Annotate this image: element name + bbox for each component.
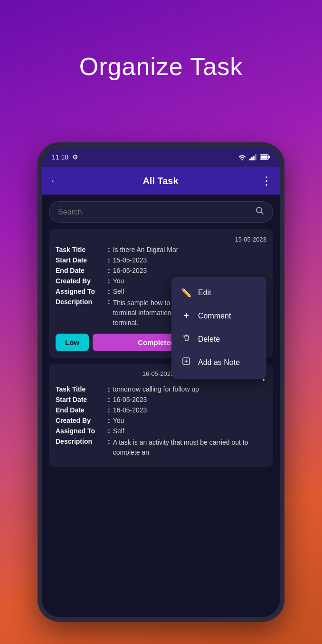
low-priority-button[interactable]: Low xyxy=(56,334,89,351)
add-note-icon xyxy=(181,357,191,368)
comment-icon: + xyxy=(181,310,191,321)
task2-desc-row: Description : A task is an activity that… xyxy=(56,438,266,457)
wifi-icon xyxy=(238,154,246,160)
status-icons xyxy=(238,154,270,160)
task1-enddate-row: End Date : 16-05-2023 xyxy=(56,267,266,274)
task2-desc-label: Description xyxy=(56,438,108,445)
task1-title-row: Task Title : Is there An Digital Mar xyxy=(56,246,266,253)
context-edit-label: Edit xyxy=(198,289,211,297)
task2-startdate-label: Start Date xyxy=(56,396,108,403)
top-bar-menu[interactable]: ⋮ xyxy=(261,174,272,187)
task2-enddate-value: 16-05-2023 xyxy=(113,406,147,414)
context-delete[interactable]: Delete xyxy=(171,327,266,351)
search-input[interactable] xyxy=(58,208,251,216)
svg-line-8 xyxy=(261,212,264,215)
task1-date: 15-05-2023 xyxy=(56,236,266,243)
task-card-2: 16-05-2023 Task Title : tomorrow calling… xyxy=(49,364,273,467)
task2-startdate-value: 16-05-2023 xyxy=(113,396,147,403)
task2-assignedto-label: Assigned To xyxy=(56,427,108,435)
task-card-1: 15-05-2023 Task Title : Is there An Digi… xyxy=(49,229,273,358)
svg-rect-0 xyxy=(249,159,251,160)
task2-startdate-row: Start Date : 16-05-2023 xyxy=(56,396,266,403)
status-bar: 11:10 ⚙ xyxy=(42,147,280,167)
task2-desc-value: A task is an activity that must be carri… xyxy=(113,438,266,457)
context-menu: ✏️ Edit + Comment Delete xyxy=(171,277,266,379)
task1-createdby-label: Created By xyxy=(56,277,108,285)
context-comment[interactable]: + Comment xyxy=(171,304,266,327)
svg-rect-3 xyxy=(255,154,256,160)
task1-assignedto-label: Assigned To xyxy=(56,288,108,295)
task1-title-label: Task Title xyxy=(56,246,108,253)
task1-assignedto-value: Self xyxy=(113,288,124,295)
task2-enddate-label: End Date xyxy=(56,406,108,414)
context-addnote-label: Add as Note xyxy=(198,358,240,367)
context-comment-label: Comment xyxy=(198,312,231,320)
svg-rect-5 xyxy=(269,156,270,158)
app-title: Organize Task xyxy=(0,52,322,81)
battery-icon xyxy=(260,154,270,160)
back-button[interactable]: ← xyxy=(50,175,60,187)
task2-assignedto-row: Assigned To : Self xyxy=(56,427,266,435)
edit-icon: ✏️ xyxy=(181,288,191,298)
task2-title-row: Task Title : tomorrow calling for follow… xyxy=(56,385,266,393)
task2-title-value: tomorrow calling for follow up xyxy=(113,385,199,393)
task2-createdby-row: Created By : You xyxy=(56,417,266,424)
task1-desc-label: Description xyxy=(56,298,108,306)
task1-title-value: Is there An Digital Mar xyxy=(113,246,179,253)
context-delete-label: Delete xyxy=(198,335,220,344)
task1-startdate-value: 15-05-2023 xyxy=(113,256,147,264)
signal-icon xyxy=(249,154,257,160)
task2-assignedto-value: Self xyxy=(113,427,124,435)
search-bar[interactable] xyxy=(49,201,273,223)
task2-date: 16-05-2023 xyxy=(142,370,174,377)
task1-enddate-value: 16-05-2023 xyxy=(113,267,147,274)
top-bar: ← All Task ⋮ xyxy=(42,167,280,195)
task2-title-label: Task Title xyxy=(56,385,108,393)
search-icon xyxy=(256,206,264,217)
delete-icon xyxy=(181,334,191,345)
task2-createdby-value: You xyxy=(113,417,124,424)
task2-enddate-row: End Date : 16-05-2023 xyxy=(56,406,266,414)
task1-enddate-label: End Date xyxy=(56,267,108,274)
task1-startdate-label: Start Date xyxy=(56,256,108,264)
svg-rect-2 xyxy=(253,156,255,160)
context-edit[interactable]: ✏️ Edit xyxy=(171,281,266,304)
phone-frame: 11:10 ⚙ ← All Task ⋮ xyxy=(38,142,284,622)
top-bar-title: All Task xyxy=(142,176,178,187)
task1-startdate-row: Start Date : 15-05-2023 xyxy=(56,256,266,264)
task1-createdby-value: You xyxy=(113,277,124,285)
time-display: 11:10 xyxy=(52,153,68,161)
svg-rect-6 xyxy=(261,156,268,159)
svg-rect-1 xyxy=(251,157,253,160)
main-content: 15-05-2023 Task Title : Is there An Digi… xyxy=(42,195,280,617)
context-add-note[interactable]: Add as Note xyxy=(171,351,266,374)
task2-createdby-label: Created By xyxy=(56,417,108,424)
gear-icon: ⚙ xyxy=(72,153,78,161)
